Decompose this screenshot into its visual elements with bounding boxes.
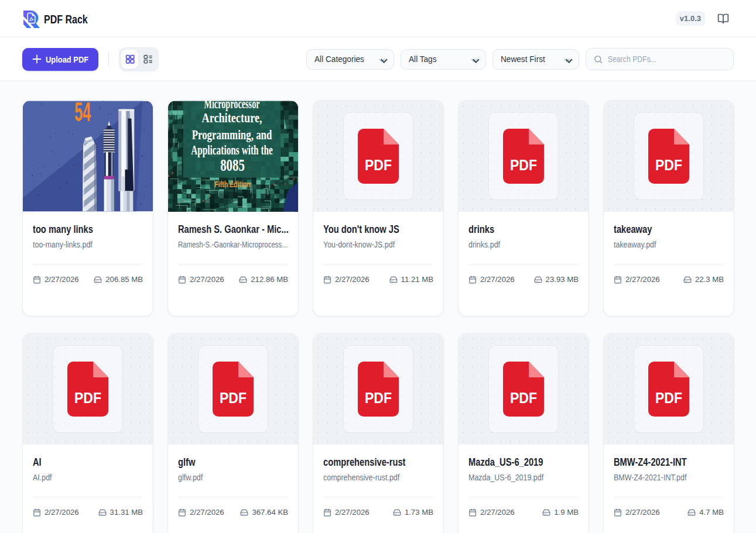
svg-text:Fifth Edition: Fifth Edition: [214, 180, 250, 189]
svg-text:PDF: PDF: [74, 390, 101, 406]
svg-text:PDF: PDF: [365, 390, 392, 406]
svg-text:Programming, and: Programming, and: [192, 127, 272, 142]
svg-text:PDF: PDF: [220, 390, 247, 406]
svg-text:8085: 8085: [220, 156, 245, 174]
svg-text:PDF: PDF: [655, 157, 682, 173]
svg-text:PDF: PDF: [655, 390, 682, 406]
svg-text:PDF: PDF: [510, 157, 537, 173]
svg-text:Architecture,: Architecture,: [201, 110, 262, 125]
svg-text:54: 54: [74, 101, 91, 126]
svg-text:PDF: PDF: [365, 157, 392, 173]
svg-text:PDF: PDF: [510, 390, 537, 406]
